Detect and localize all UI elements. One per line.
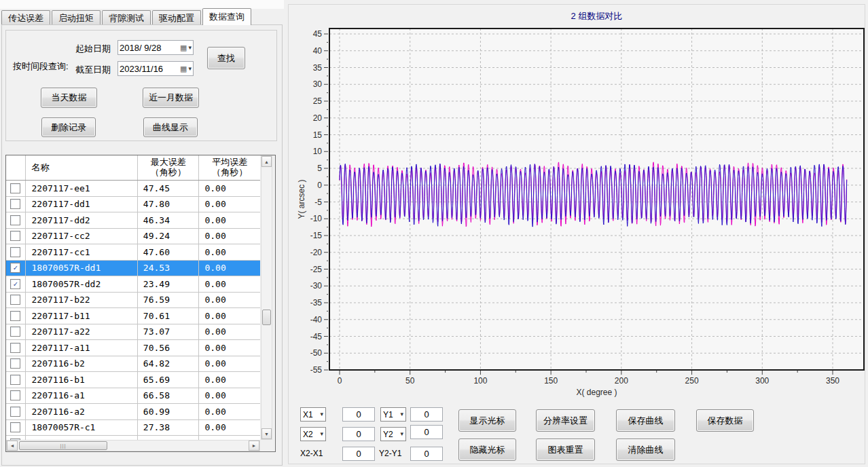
table-row[interactable]: 2207117-ee1 47.45 0.00 <box>6 181 260 197</box>
chevron-down-icon[interactable]: ▾ <box>188 45 192 51</box>
row-name: 2207117-a22 <box>25 324 137 340</box>
row-checkbox[interactable]: ✓ <box>10 263 20 273</box>
x2-value-input[interactable] <box>342 427 375 441</box>
row-checkbox[interactable] <box>10 326 20 337</box>
row-checkbox[interactable]: ✓ <box>10 279 20 289</box>
scroll-right-arrow-icon[interactable]: ► <box>249 441 259 451</box>
tab-5[interactable]: 数据查询 <box>202 8 251 25</box>
svg-text:-10: -10 <box>310 214 323 223</box>
row-max-error: 65.69 <box>137 372 199 388</box>
row-max-error: 70.56 <box>137 340 199 356</box>
table-row[interactable]: ✓ 18070057R-dd1 24.53 0.00 <box>6 261 260 277</box>
table-row[interactable]: 2207117-b22 76.59 0.00 <box>6 293 260 309</box>
y2-cursor-select[interactable]: Y2▾ <box>380 427 406 441</box>
horizontal-scroll-thumb[interactable]: ||| <box>19 441 107 450</box>
header-max-error[interactable]: 最大误差 （角秒） <box>137 155 199 180</box>
row-checkbox[interactable] <box>10 390 20 400</box>
svg-text:-35: -35 <box>310 298 323 307</box>
table-row[interactable]: 2207117-a11 70.56 0.00 <box>6 340 260 356</box>
table-row[interactable]: 2207117-cc2 49.24 0.00 <box>6 229 260 245</box>
row-avg-error: 0.00 <box>198 404 260 419</box>
chart-svg[interactable]: 454035302520151050-5-10-15-20-25-30-35-4… <box>289 7 865 399</box>
tab-1[interactable]: 传达误差 <box>1 10 50 25</box>
y1-cursor-select[interactable]: Y1▾ <box>380 407 406 422</box>
last-month-data-button[interactable]: 近一月数据 <box>143 88 199 108</box>
table-row[interactable]: 2207116-b2 64.82 0.00 <box>6 356 260 373</box>
scroll-down-arrow-icon[interactable]: ▼ <box>261 428 272 439</box>
row-name: 2207117-b22 <box>25 293 137 308</box>
x1-value-input[interactable] <box>342 407 375 422</box>
row-name: 2207116-a2 <box>25 404 137 419</box>
y1-value-input[interactable] <box>410 407 443 422</box>
curve-display-button[interactable]: 曲线显示 <box>143 117 198 137</box>
row-checkbox[interactable] <box>10 422 20 432</box>
row-max-error: 46.34 <box>137 212 199 228</box>
table-row[interactable]: ✓ 18070057R-dd2 23.49 0.00 <box>6 276 260 293</box>
hide-cursor-button[interactable]: 隐藏光标 <box>458 438 516 461</box>
table-header-row: 名称 最大误差 （角秒） 平均误差 （角秒） <box>6 155 260 181</box>
table-row[interactable]: 18070057R-c1 27.38 0.00 <box>6 420 260 436</box>
header-avg-error[interactable]: 平均误差 （角秒） <box>198 155 260 180</box>
table-row[interactable]: 2207116-b1 65.69 0.00 <box>6 372 260 388</box>
row-checkbox[interactable] <box>10 247 20 257</box>
table-vertical-scrollbar[interactable]: ▲ ▼ <box>261 155 272 440</box>
scroll-left-arrow-icon[interactable]: ◄ <box>7 441 18 451</box>
tab-3[interactable]: 背隙测试 <box>102 10 151 25</box>
clear-curve-button[interactable]: 清除曲线 <box>616 438 675 461</box>
table-horizontal-scrollbar[interactable]: ◄ ||| ► <box>6 440 260 451</box>
row-checkbox[interactable] <box>10 295 20 305</box>
start-date-picker[interactable]: 2018/ 9/28 ▦ ▾ <box>117 40 194 55</box>
svg-text:45: 45 <box>313 29 323 39</box>
table-row[interactable]: 2207117-b11 70.61 0.00 <box>6 308 260 324</box>
search-button[interactable]: 查找 <box>207 47 245 69</box>
dx-value-input[interactable] <box>342 447 375 461</box>
delete-record-button[interactable]: 删除记录 <box>41 117 96 137</box>
table-row[interactable]: 2207116-a1 66.58 0.00 <box>6 388 260 405</box>
chevron-down-icon[interactable]: ▾ <box>188 66 192 72</box>
header-name[interactable]: 名称 <box>25 155 137 180</box>
row-checkbox[interactable] <box>10 407 20 417</box>
table-row[interactable]: 2207116-a2 60.99 0.00 <box>6 404 260 420</box>
row-checkbox[interactable] <box>10 375 20 385</box>
row-max-error: 64.82 <box>137 356 199 372</box>
x2-cursor-select[interactable]: X2▾ <box>300 427 326 441</box>
row-avg-error: 0.00 <box>198 420 260 436</box>
show-cursor-button[interactable]: 显示光标 <box>458 409 516 432</box>
row-avg-error: 0.00 <box>198 261 260 276</box>
row-avg-error: 0.00 <box>198 340 260 356</box>
row-checkbox[interactable] <box>10 215 20 225</box>
svg-text:-50: -50 <box>310 348 323 358</box>
scroll-up-arrow-icon[interactable]: ▲ <box>261 156 272 167</box>
save-curve-button[interactable]: 保存曲线 <box>616 409 675 432</box>
table-row[interactable]: 2207117-a22 73.07 0.00 <box>6 324 260 341</box>
row-checkbox[interactable] <box>10 231 20 241</box>
table-row[interactable]: 2207117-dd2 46.34 0.00 <box>6 212 260 229</box>
tab-2[interactable]: 启动扭矩 <box>52 10 101 25</box>
row-checkbox[interactable] <box>10 358 20 369</box>
row-name: 2207116-a1 <box>25 388 137 404</box>
end-date-value: 2023/11/16 <box>120 64 180 74</box>
end-date-picker[interactable]: 2023/11/16 ▦ ▾ <box>117 61 194 76</box>
svg-text:-45: -45 <box>310 332 323 341</box>
vertical-scroll-thumb[interactable] <box>262 310 271 325</box>
row-checkbox[interactable] <box>10 343 20 353</box>
today-data-button[interactable]: 当天数据 <box>41 88 97 108</box>
save-data-button[interactable]: 保存数据 <box>696 409 754 432</box>
row-name: 2207117-dd1 <box>25 197 137 212</box>
row-checkbox[interactable] <box>10 311 20 321</box>
chart-reset-button[interactable]: 图表重置 <box>536 438 595 461</box>
start-date-value: 2018/ 9/28 <box>120 43 180 53</box>
x1-cursor-select[interactable]: X1▾ <box>300 407 326 422</box>
svg-text:250: 250 <box>685 376 699 386</box>
svg-text:50: 50 <box>405 376 415 386</box>
application-window: 传达误差启动扭矩背隙测试驱动配置数据查询 按时间段查询: 起始日期 2018/ … <box>0 0 868 467</box>
svg-text:-40: -40 <box>310 315 323 324</box>
tab-4[interactable]: 驱动配置 <box>152 10 201 25</box>
row-checkbox[interactable] <box>10 199 20 209</box>
table-row[interactable]: 2207117-cc1 47.60 0.00 <box>6 244 260 261</box>
row-checkbox[interactable] <box>10 183 20 193</box>
resolution-settings-button[interactable]: 分辨率设置 <box>536 409 595 432</box>
table-row[interactable]: 2207117-dd1 47.80 0.00 <box>6 197 260 213</box>
dy-value-input[interactable] <box>410 447 443 461</box>
y2-value-input[interactable] <box>410 425 443 439</box>
